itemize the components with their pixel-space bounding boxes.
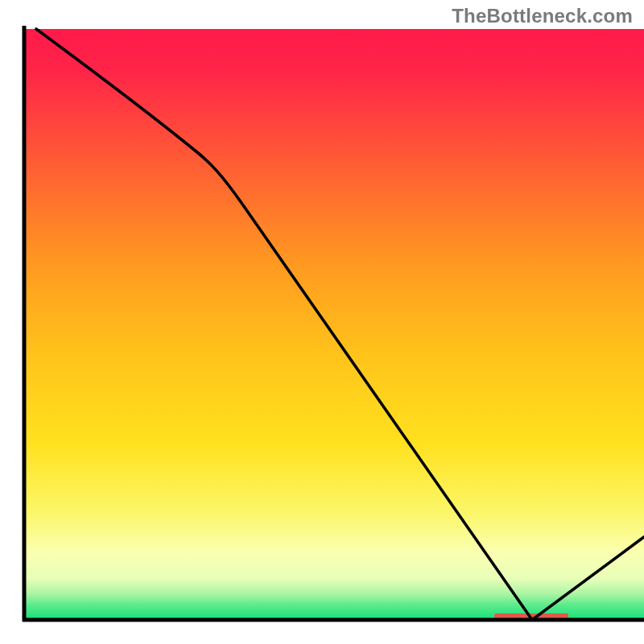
chart-stage: TheBottleneck.com <box>0 0 644 644</box>
bottleneck-chart <box>0 0 644 644</box>
plot-background <box>24 29 644 620</box>
watermark-text: TheBottleneck.com <box>452 5 633 27</box>
